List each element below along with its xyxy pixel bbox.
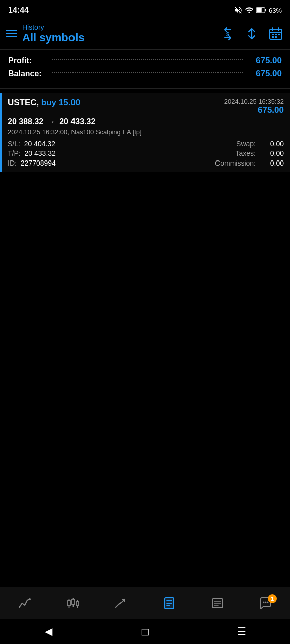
nav-item-chat[interactable]: 1 <box>259 596 273 610</box>
svg-rect-12 <box>275 36 277 38</box>
android-menu-button[interactable]: ☰ <box>232 621 252 641</box>
trade-header: USTEC, buy 15.00 2024.10.25 16:35:32 675… <box>8 98 284 115</box>
svg-rect-8 <box>272 34 274 35</box>
trade-datetime: 2024.10.25 16:35:32 <box>224 98 284 105</box>
trade-card[interactable]: USTEC, buy 15.00 2024.10.25 16:35:32 675… <box>0 93 290 172</box>
calendar-icon-button[interactable] <box>268 26 284 42</box>
svg-rect-9 <box>275 34 277 35</box>
android-home-button[interactable]: ◻ <box>135 621 155 641</box>
svg-rect-20 <box>76 602 79 606</box>
trade-arrow-icon: → <box>47 117 55 126</box>
signal-icon <box>245 6 254 15</box>
section-divider <box>0 88 290 89</box>
balance-label: Balance: <box>8 69 48 78</box>
balance-row: Balance: 675.00 <box>8 69 282 79</box>
header-history-label: History <box>22 23 84 31</box>
nav-item-news[interactable] <box>210 596 225 610</box>
trade-price-from: 20 388.32 <box>8 117 43 126</box>
balance-dots <box>52 72 243 73</box>
chat-badge: 1 <box>268 594 277 603</box>
commission-label: Commission: <box>215 159 256 167</box>
svg-point-13 <box>29 598 31 600</box>
trade-sl: S/L: 20 404.32 <box>8 140 146 148</box>
svg-point-33 <box>263 601 265 603</box>
taxes-value: 0.00 <box>259 149 284 157</box>
svg-rect-17 <box>72 599 75 604</box>
battery-icon <box>256 6 267 15</box>
trade-comment: 2024.10.25 16:32:00, Nas100 Scalping EA … <box>8 128 284 136</box>
trade-header-right: 2024.10.25 16:35:32 675.00 <box>224 98 284 115</box>
profit-dots <box>52 59 243 60</box>
id-label: ID: <box>8 159 17 167</box>
profit-balance-section: Profit: 675.00 Balance: 675.00 <box>0 50 290 88</box>
battery-percent: 63% <box>269 7 282 14</box>
status-bar: 14:44 63% <box>0 0 290 20</box>
header-left: History All symbols <box>6 23 84 44</box>
nav-item-trade[interactable] <box>65 596 80 610</box>
profit-row: Profit: 675.00 <box>8 56 282 66</box>
bottom-nav: 1 <box>0 587 290 619</box>
trade-details: S/L: 20 404.32 Swap: 0.00 T/P: 20 433.32… <box>8 140 284 167</box>
profit-label: Profit: <box>8 56 48 65</box>
svg-text:$: $ <box>226 31 229 37</box>
sl-label: S/L: <box>8 140 20 148</box>
header-title-block: History All symbols <box>22 23 84 44</box>
trade-type: buy 15.00 <box>41 98 81 107</box>
currency-icon-button[interactable]: $ <box>220 26 236 42</box>
trade-taxes: Taxes: 0.00 <box>146 149 284 157</box>
header-icons: $ <box>220 26 284 42</box>
header-all-symbols-label: All symbols <box>22 31 84 44</box>
trade-symbol: USTEC, <box>8 98 39 107</box>
trade-commission: Commission: 0.00 <box>146 159 284 167</box>
svg-rect-1 <box>265 9 266 11</box>
svg-rect-2 <box>256 8 261 13</box>
mute-icon <box>234 6 243 15</box>
trade-id: ID: 227708994 <box>8 159 146 167</box>
taxes-label: Taxes: <box>236 149 256 157</box>
tp-label: T/P: <box>8 149 21 157</box>
trade-price-to: 20 433.32 <box>59 117 95 126</box>
trade-price-row: 20 388.32 → 20 433.32 <box>8 117 284 126</box>
svg-point-34 <box>265 601 267 603</box>
id-value: 227708994 <box>21 159 56 167</box>
trade-symbol-type: USTEC, buy 15.00 <box>8 98 80 108</box>
svg-rect-11 <box>272 36 274 38</box>
trade-swap: Swap: 0.00 <box>146 140 284 148</box>
sl-value: 20 404.32 <box>24 140 55 148</box>
sort-icon-button[interactable] <box>244 26 260 42</box>
profit-value: 675.00 <box>247 56 282 66</box>
svg-rect-14 <box>68 601 70 606</box>
nav-item-history[interactable] <box>162 596 176 610</box>
swap-label: Swap: <box>236 140 256 148</box>
balance-value: 675.00 <box>247 69 282 79</box>
trade-tp: T/P: 20 433.32 <box>8 149 146 157</box>
android-nav: ◀ ◻ ☰ <box>0 619 290 644</box>
status-time: 14:44 <box>8 6 29 15</box>
nav-item-analytics[interactable] <box>114 596 128 610</box>
swap-value: 0.00 <box>259 140 284 148</box>
svg-rect-10 <box>278 34 280 35</box>
header: History All symbols $ <box>0 20 290 49</box>
tp-value: 20 433.32 <box>25 149 56 157</box>
android-back-button[interactable]: ◀ <box>38 621 58 641</box>
nav-item-chart[interactable] <box>17 596 31 610</box>
hamburger-menu-icon[interactable] <box>6 30 17 37</box>
status-icons: 63% <box>234 6 282 15</box>
commission-value: 0.00 <box>259 159 284 167</box>
trade-profit: 675.00 <box>224 105 284 115</box>
